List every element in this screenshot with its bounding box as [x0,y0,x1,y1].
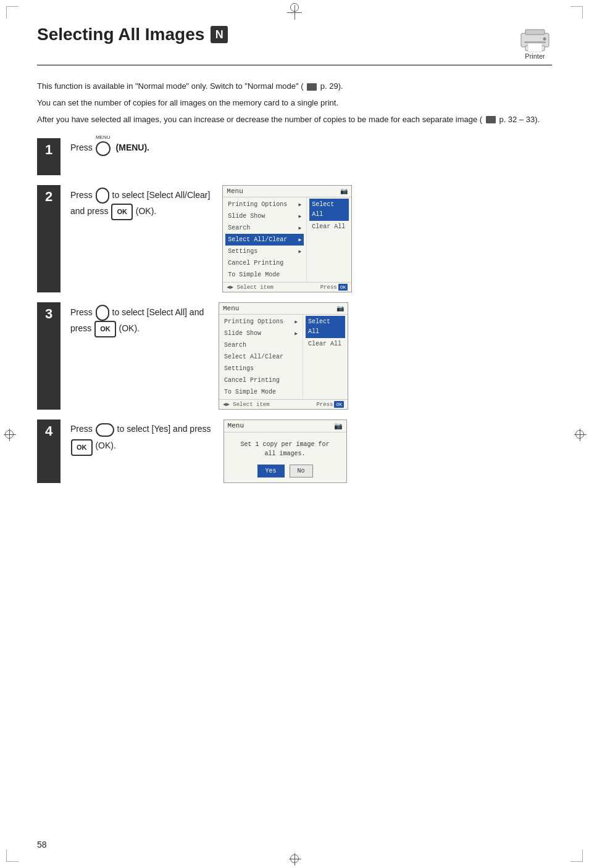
svg-rect-3 [528,43,542,52]
step-3-content: Press to select [Select All] and press O… [70,302,552,410]
screen3-menu-item-search: Search [222,339,300,351]
step-1-press-label: Press [70,143,95,152]
screen-2-submenu: Select All Clear All [307,197,351,282]
up-down-button-icon-step3 [96,305,109,321]
screen-3-icon: 📷 [336,305,344,312]
screen-3-submenu: Select All Clear All [303,315,348,399]
step-4-press1: Press [70,424,95,434]
menu-item-printing-options: Printing Options▶ [225,199,304,210]
normal-mode-icon: N [211,26,228,43]
screen-3-footer-right: Press OK [316,401,344,408]
corner-mark-tl [6,6,19,19]
screen-2-body: Printing Options▶ Slide Show▶ Search▶ Se… [223,197,351,282]
screen-4-body: Set 1 copy per image for all images. Yes… [224,432,346,482]
screen-3-footer: ◀▶ Select item Press OK [219,399,348,409]
crosshair-left-icon [5,430,14,439]
screen-2-header: Menu 📷 [223,186,351,197]
step-2-screen: Menu 📷 Printing Options▶ Slide Show▶ Sea… [222,185,352,292]
screen3-submenu-select-all: Select All [306,316,345,338]
screen3-menu-item-select-all-clear: Select All/Clear [222,351,300,363]
screen3-menu-item-cancel-printing: Cancel Printing [222,374,300,386]
corner-mark-bl [6,849,19,862]
step-2-content: Press to select [Select All/Clear] and p… [70,185,552,292]
book-ref-icon-1 [307,83,317,91]
step-3-press2: press [70,323,94,333]
description-line3: After you have selected all images, you … [37,114,552,126]
step-2: 2 Press to select [Select All/Clear] and… [37,185,552,292]
submenu-clear-all: Clear All [309,221,349,233]
screen-2-footer: ◀▶ Select item Press OK [223,282,351,292]
confirm-btn-yes: Yes [257,465,285,477]
step-2-text: Press to select [Select All/Clear] and p… [70,185,210,220]
screen-2-title: Menu [227,188,243,195]
crosshair-right-icon [575,430,584,439]
step-3-text: Press to select [Select All] and press O… [70,302,206,337]
page-title-text: Selecting All Images [37,25,204,44]
step-3-ok-label: (OK). [119,323,140,333]
menu-label-icon: MENU [96,133,111,142]
menu-item-slide-show: Slide Show▶ [225,210,304,222]
step-1: 1 Press MENU (MENU). [37,138,552,175]
step-4-badge: 4 [37,420,61,483]
screen-3-body: Printing Options▶ Slide Show▶ Search Sel… [219,315,348,399]
ok-button-icon-step4: OK [71,439,93,456]
screen-3-header: Menu 📷 [219,303,348,315]
corner-mark-tr [570,6,583,19]
step-4: 4 Press to select [Yes] and press OK (OK… [37,420,552,483]
screen3-menu-item-slide-show: Slide Show▶ [222,328,300,339]
steps-container: 1 Press MENU (MENU). 2 Press to sel [37,138,552,493]
screen-3-footer-left: ◀▶ Select item [223,401,270,408]
screen3-submenu-clear-all: Clear All [306,338,345,350]
crosshair-bottom-icon [290,854,299,863]
description-line2: You can set the number of copies for all… [37,97,552,110]
step-2-select-label: to select [Select All/Clear] [112,190,211,200]
screen-4-icon: 📷 [334,422,343,430]
description-block: This function is available in "Normal mo… [37,80,552,126]
step-4-select-label: to select [Yes] and press [117,424,211,434]
screen-4-body-line1: Set 1 copy per image for [230,440,340,449]
step-3-press1: Press [70,307,95,317]
step-1-content: Press MENU (MENU). [70,138,552,175]
menu-item-settings: Settings▶ [225,246,304,257]
screen3-menu-item-settings: Settings [222,363,300,374]
step-2-and-press: and press [70,206,111,216]
step-2-ok-label: (OK). [136,206,156,216]
menu-item-select-all-clear: Select All/Clear▶ [225,234,304,246]
screen-2-icon: 📷 [340,188,348,195]
step-4-ok-label: (OK). [95,440,115,450]
printer-icon-container: Printer [518,25,552,60]
screen3-menu-item-to-simple-mode: To Simple Mode [222,386,300,398]
svg-rect-5 [524,41,546,43]
screen-4-title: Menu [228,422,244,430]
book-ref-icon-2 [486,116,496,123]
screen3-menu-item-printing-options: Printing Options▶ [222,316,300,328]
svg-point-4 [543,38,546,41]
menu-item-cancel-printing: Cancel Printing [225,257,304,269]
left-right-button-icon [96,423,114,437]
screen-2-menu: Printing Options▶ Slide Show▶ Search▶ Se… [223,197,307,282]
step-1-text: Press MENU (MENU). [70,138,206,155]
step-3-select-label: to select [Select All] and [112,307,204,317]
screen-4-buttons: Yes No [230,465,340,477]
step-3: 3 Press to select [Select All] and press… [37,302,552,410]
ok-button-icon-step2: OK [111,204,133,220]
step-2-press1: Press [70,190,95,200]
confirm-btn-no: No [290,465,313,477]
crosshair-top-circle-icon [290,3,299,12]
step-2-badge: 2 [37,185,61,292]
screen-3-title: Menu [223,305,239,312]
menu-item-search: Search▶ [225,222,304,234]
page-title: Selecting All Images N [37,25,228,44]
up-down-button-icon [96,188,109,204]
screen-3-menu: Printing Options▶ Slide Show▶ Search Sel… [219,315,303,399]
description-line1: This function is available in "Normal mo… [37,80,552,93]
printer-label: Printer [525,52,545,60]
svg-rect-1 [525,30,545,35]
menu-item-to-simple-mode: To Simple Mode [225,269,304,281]
step-3-screen: Menu 📷 Printing Options▶ Slide Show▶ Sea… [219,302,348,410]
screen-2-footer-left: ◀▶ Select item [227,284,274,291]
screen-4-body-line2: all images. [230,449,340,458]
ok-button-icon-step3: OK [94,321,116,337]
step-4-screen: Menu 📷 Set 1 copy per image for all imag… [223,420,347,483]
screen-2-footer-right: Press OK [320,284,348,291]
